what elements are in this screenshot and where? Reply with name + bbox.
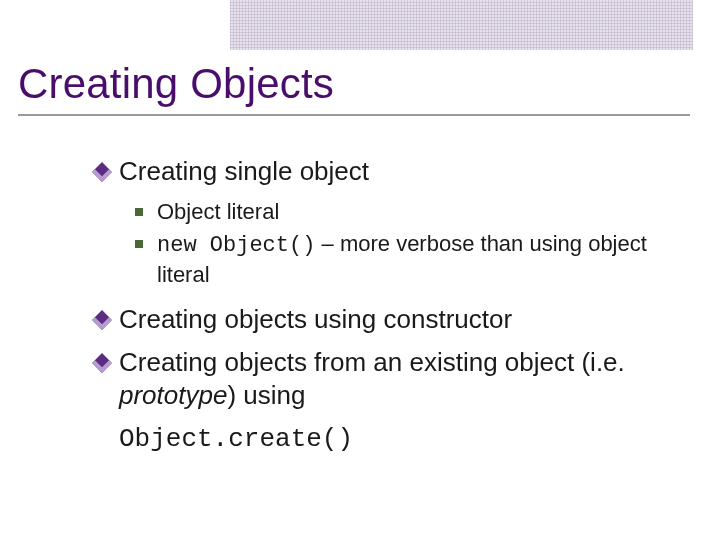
square-icon [135, 208, 143, 216]
bullet-2-text: Creating objects using constructor [119, 304, 512, 334]
title-region: Creating Objects [18, 62, 690, 116]
diamond-icon [92, 310, 112, 330]
diamond-icon [92, 353, 112, 373]
bullet-3-text-b: ) using [227, 380, 305, 410]
bullet-3-text-a: Creating objects from an existing object… [119, 347, 625, 377]
bullet-1-sublist: Object literal new Object() – more verbo… [135, 198, 690, 288]
sub-bullet-2: new Object() – more verbose than using o… [135, 230, 690, 288]
decorative-strip [230, 0, 693, 50]
slide-title: Creating Objects [18, 62, 690, 106]
sub-bullet-2-code: new Object() [157, 233, 315, 258]
sub-bullet-1: Object literal [135, 198, 690, 226]
bullet-3: Creating objects from an existing object… [95, 346, 690, 413]
bullet-3-italic: prototype [119, 380, 227, 410]
sub-bullet-1-text: Object literal [157, 199, 279, 224]
bullet-1: Creating single object [95, 155, 690, 188]
bullet-1-text: Creating single object [119, 156, 369, 186]
square-icon [135, 240, 143, 248]
bullet-2: Creating objects using constructor [95, 303, 690, 336]
bullet-3-code: Object.create() [119, 423, 690, 456]
slide-body: Creating single object Object literal ne… [95, 155, 690, 456]
slide: Creating Objects Creating single object … [0, 0, 720, 540]
diamond-icon [92, 162, 112, 182]
title-underline [18, 114, 690, 116]
